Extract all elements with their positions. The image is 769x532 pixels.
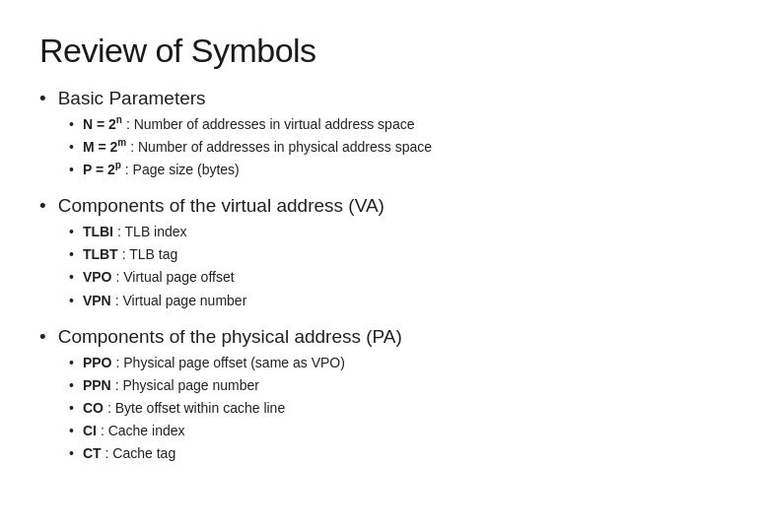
list-item: CI : Cache index: [69, 420, 730, 442]
list-item: TLBI : TLB index: [69, 221, 730, 243]
list-item: VPN : Virtual page number: [69, 290, 730, 312]
desc-tlbt: : TLB tag: [122, 243, 178, 266]
term-vpn: VPN: [83, 290, 111, 312]
term-vpo: VPO: [83, 266, 112, 289]
section-heading-va: Components of the virtual address (VA): [39, 195, 730, 217]
desc-tlbi: : TLB index: [117, 221, 187, 243]
list-item: CO : Byte offset within cache line: [69, 397, 730, 420]
term-ppn: PPN: [83, 374, 111, 397]
list-item: N = 2n : Number of addresses in virtual …: [69, 113, 730, 136]
list-item: P = 2p : Page size (bytes): [69, 159, 730, 181]
list-item: PPN : Physical page number: [69, 374, 730, 397]
desc-m: : Number of addresses in physical addres…: [130, 136, 432, 159]
page-title: Review of Symbols: [39, 32, 730, 70]
section-heading-pa: Components of the physical address (PA): [39, 326, 730, 348]
section-physical-address: Components of the physical address (PA) …: [39, 326, 730, 465]
page-container: Review of Symbols Basic Parameters N = 2…: [0, 0, 769, 532]
section-list: Basic Parameters N = 2n : Number of addr…: [39, 88, 730, 465]
term-ppo: PPO: [83, 352, 112, 374]
section-virtual-address: Components of the virtual address (VA) T…: [39, 195, 730, 311]
list-item: M = 2m : Number of addresses in physical…: [69, 136, 730, 159]
term-ci: CI: [83, 420, 97, 442]
term-p: P = 2p: [83, 159, 121, 181]
desc-ppn: : Physical page number: [115, 374, 259, 397]
desc-ct: : Cache tag: [105, 442, 176, 465]
desc-vpo: : Virtual page offset: [115, 266, 234, 289]
term-tlbi: TLBI: [83, 221, 113, 243]
list-item: PPO : Physical page offset (same as VPO): [69, 352, 730, 374]
section-heading-pa-label: Components of the physical address (PA): [58, 326, 402, 348]
desc-vpn: : Virtual page number: [115, 290, 247, 312]
va-sub-list: TLBI : TLB index TLBT : TLB tag VPO : Vi…: [39, 221, 730, 311]
term-n: N = 2n: [83, 113, 122, 136]
term-co: CO: [83, 397, 104, 420]
desc-co: : Byte offset within cache line: [107, 397, 285, 420]
term-m: M = 2m: [83, 136, 126, 159]
bullet-icon: [39, 195, 52, 217]
section-basic-parameters: Basic Parameters N = 2n : Number of addr…: [39, 88, 730, 181]
desc-p: : Page size (bytes): [125, 159, 240, 181]
pa-sub-list: PPO : Physical page offset (same as VPO)…: [39, 352, 730, 465]
desc-ci: : Cache index: [101, 420, 185, 442]
list-item: CT : Cache tag: [69, 442, 730, 465]
desc-n: : Number of addresses in virtual address…: [126, 113, 415, 136]
term-tlbt: TLBT: [83, 243, 118, 266]
term-ct: CT: [83, 442, 102, 465]
bullet-icon: [39, 326, 52, 348]
bullet-icon: [39, 88, 52, 109]
basic-parameters-sub-list: N = 2n : Number of addresses in virtual …: [39, 113, 730, 181]
list-item: VPO : Virtual page offset: [69, 266, 730, 289]
list-item: TLBT : TLB tag: [69, 243, 730, 266]
desc-ppo: : Physical page offset (same as VPO): [115, 352, 344, 374]
section-heading-va-label: Components of the virtual address (VA): [58, 195, 384, 217]
section-heading-label: Basic Parameters: [58, 88, 206, 109]
section-heading-basic-parameters: Basic Parameters: [39, 88, 730, 109]
